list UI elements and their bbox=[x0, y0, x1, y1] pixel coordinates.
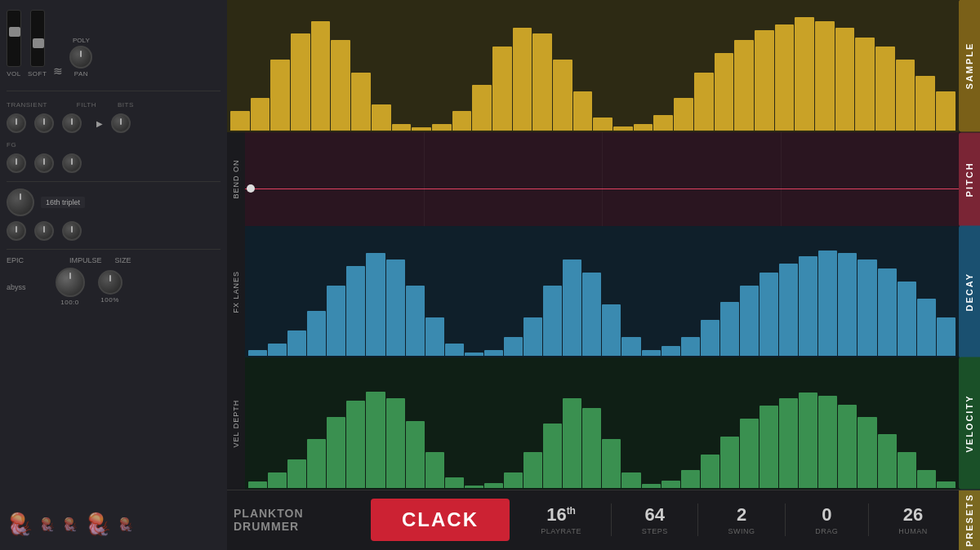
bar[interactable] bbox=[613, 126, 633, 131]
bar[interactable] bbox=[425, 452, 444, 488]
bar[interactable] bbox=[681, 337, 700, 357]
bar[interactable] bbox=[523, 317, 542, 356]
pan-knob[interactable] bbox=[69, 46, 92, 69]
bar[interactable] bbox=[720, 437, 739, 488]
impulse-knob[interactable] bbox=[56, 268, 85, 297]
bar[interactable] bbox=[248, 350, 267, 357]
bar[interactable] bbox=[662, 346, 680, 357]
bar[interactable] bbox=[582, 273, 601, 356]
bar[interactable] bbox=[406, 421, 425, 488]
bar[interactable] bbox=[366, 253, 385, 356]
bar[interactable] bbox=[653, 115, 673, 131]
bar[interactable] bbox=[740, 419, 759, 488]
bar[interactable] bbox=[465, 486, 483, 488]
bar[interactable] bbox=[720, 302, 739, 356]
velocity-lane-content[interactable] bbox=[245, 357, 959, 490]
transient-knob-1-ctrl[interactable] bbox=[7, 113, 26, 133]
bar[interactable] bbox=[472, 85, 492, 130]
bar[interactable] bbox=[563, 398, 581, 488]
bar[interactable] bbox=[593, 118, 612, 131]
bar[interactable] bbox=[896, 60, 915, 131]
bar[interactable] bbox=[392, 124, 412, 131]
sample-lane-content[interactable] bbox=[227, 0, 959, 132]
creature-1[interactable]: 🪼 bbox=[7, 512, 33, 537]
bar[interactable] bbox=[937, 317, 956, 356]
bar[interactable] bbox=[532, 33, 552, 130]
soft-fader-handle[interactable] bbox=[33, 38, 44, 48]
bar[interactable] bbox=[779, 398, 798, 488]
creature-2[interactable]: 🪼 bbox=[39, 517, 56, 532]
bar[interactable] bbox=[327, 286, 345, 357]
bar[interactable] bbox=[937, 481, 956, 488]
bar[interactable] bbox=[855, 38, 875, 130]
bar[interactable] bbox=[858, 259, 876, 356]
bar[interactable] bbox=[366, 392, 385, 488]
bar[interactable] bbox=[582, 408, 601, 488]
bar[interactable] bbox=[406, 286, 425, 357]
bar[interactable] bbox=[917, 299, 936, 357]
bar[interactable] bbox=[838, 253, 857, 356]
bar[interactable] bbox=[268, 472, 287, 488]
pitch-lane-content[interactable] bbox=[245, 132, 959, 226]
bar[interactable] bbox=[504, 472, 523, 488]
bar[interactable] bbox=[815, 21, 835, 131]
bar[interactable] bbox=[346, 266, 365, 356]
decay-lane-content[interactable] bbox=[245, 226, 959, 358]
bar[interactable] bbox=[818, 396, 837, 488]
bar[interactable] bbox=[484, 483, 503, 488]
fg-knob-3-ctrl[interactable] bbox=[62, 153, 82, 173]
bar[interactable] bbox=[291, 33, 310, 130]
bar[interactable] bbox=[492, 47, 512, 130]
bar[interactable] bbox=[504, 337, 523, 357]
bar[interactable] bbox=[915, 76, 935, 130]
pitch-tab[interactable]: PITCH bbox=[959, 132, 980, 226]
bar[interactable] bbox=[715, 53, 734, 131]
bar[interactable] bbox=[307, 439, 326, 488]
bar[interactable] bbox=[351, 73, 371, 131]
bar[interactable] bbox=[898, 452, 916, 488]
bar[interactable] bbox=[818, 251, 837, 356]
bar[interactable] bbox=[674, 98, 693, 130]
bar[interactable] bbox=[701, 455, 719, 488]
bar[interactable] bbox=[936, 91, 956, 130]
bar[interactable] bbox=[634, 124, 653, 131]
bar[interactable] bbox=[621, 472, 640, 488]
pattern-knob-4[interactable] bbox=[62, 221, 82, 241]
bar[interactable] bbox=[573, 91, 593, 130]
bar[interactable] bbox=[602, 439, 621, 488]
bar[interactable] bbox=[858, 417, 876, 488]
pattern-knob-3[interactable] bbox=[34, 221, 54, 241]
bar[interactable] bbox=[662, 481, 680, 488]
bar[interactable] bbox=[835, 28, 855, 131]
pattern-knob-2[interactable] bbox=[7, 221, 26, 241]
filth-knob-ctrl[interactable] bbox=[62, 113, 82, 133]
bar[interactable] bbox=[681, 470, 700, 488]
creature-3[interactable]: 🪼 bbox=[62, 517, 78, 532]
bar[interactable] bbox=[621, 337, 640, 357]
bits-knob-ctrl[interactable] bbox=[111, 113, 131, 133]
bar[interactable] bbox=[875, 47, 895, 130]
bar[interactable] bbox=[917, 470, 936, 488]
fg-knob-2-ctrl[interactable] bbox=[34, 153, 54, 173]
creature-4[interactable]: 🪼 bbox=[85, 512, 111, 537]
bar[interactable] bbox=[445, 477, 464, 488]
bar[interactable] bbox=[799, 393, 817, 488]
bar[interactable] bbox=[740, 286, 759, 357]
bar[interactable] bbox=[898, 282, 916, 356]
bar[interactable] bbox=[268, 344, 287, 357]
bar[interactable] bbox=[795, 17, 814, 131]
bar[interactable] bbox=[543, 424, 562, 488]
presets-tab[interactable]: PRESETS bbox=[959, 490, 980, 550]
bar[interactable] bbox=[701, 320, 719, 356]
bar[interactable] bbox=[760, 273, 778, 356]
bar[interactable] bbox=[523, 452, 542, 488]
clack-button[interactable]: CLACK bbox=[371, 499, 510, 541]
bar[interactable] bbox=[445, 344, 464, 357]
bar[interactable] bbox=[775, 24, 795, 130]
bar[interactable] bbox=[465, 353, 483, 357]
bar[interactable] bbox=[553, 60, 572, 131]
bar[interactable] bbox=[484, 350, 503, 357]
bar[interactable] bbox=[799, 256, 817, 357]
bar[interactable] bbox=[386, 398, 405, 488]
bar[interactable] bbox=[287, 330, 306, 357]
